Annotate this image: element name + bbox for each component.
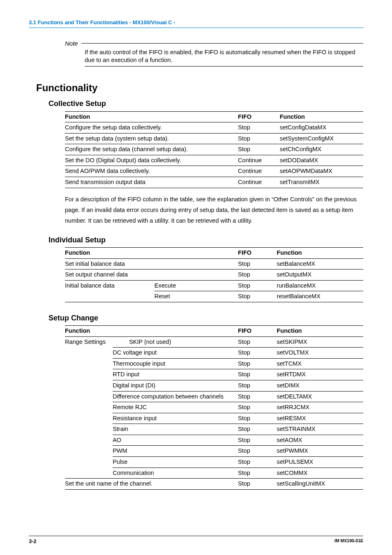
table-row: AOStopsetAOMX xyxy=(65,435,363,446)
table-cell: setRTDMX xyxy=(277,369,363,380)
th-fifo: FIFO xyxy=(238,111,280,122)
table-cell: setRESMX xyxy=(277,413,363,424)
table-row: Configure the setup data collectively.St… xyxy=(65,122,363,134)
th-function: Function xyxy=(65,248,238,259)
table-cell: Stop xyxy=(238,369,277,380)
table-row: DC voltage inputStopsetVOLTMX xyxy=(65,348,363,359)
table-cell: Difference computation between channels xyxy=(113,391,238,402)
table-cell: setCOMMX xyxy=(277,467,363,479)
table-cell: Set the unit name of the channel. xyxy=(65,479,238,490)
table-cell xyxy=(65,467,113,479)
table-cell: Stop xyxy=(238,479,277,490)
table-cell: setOutputMX xyxy=(277,269,363,281)
page-number: 3-2 xyxy=(29,538,37,545)
table-setup-change: Function FIFO Function Range SettingsSKI… xyxy=(65,325,363,489)
table-cell: setBalanceMX xyxy=(277,258,363,269)
table-row: Set output channel dataStopsetOutputMX xyxy=(65,269,363,281)
table-cell: setScallingUnitMX xyxy=(277,479,363,490)
collective-paragraph: For a description of the FIFO column in … xyxy=(65,194,363,226)
table-cell: Stop xyxy=(238,280,277,291)
heading-collective-setup: Collective Setup xyxy=(48,99,363,108)
th-function-name: Function xyxy=(277,326,363,337)
table-cell: DC voltage input xyxy=(113,348,238,359)
table-cell: setPULSEMX xyxy=(277,456,363,467)
table-cell: Stop xyxy=(238,144,280,155)
table-cell: SKIP (not used) xyxy=(113,336,238,348)
table-cell: Thermocouple input xyxy=(113,358,238,369)
page-footer: 3-2 IM MX190-01E xyxy=(29,536,363,545)
table-cell: Digital input (DI) xyxy=(113,380,238,391)
table-cell: Configure the setup data collectively. xyxy=(65,122,238,134)
table-cell: runBalanceMX xyxy=(277,280,363,291)
table-cell: Stop xyxy=(238,467,277,479)
table-cell: Stop xyxy=(238,380,277,391)
table-cell: setDELTAMX xyxy=(277,391,363,402)
table-cell: setDODataMX xyxy=(280,155,363,166)
table-cell: Set the setup data (system setup data). xyxy=(65,133,238,144)
table-cell: Stop xyxy=(238,358,277,369)
table-cell xyxy=(65,380,113,391)
table-row: Set initial balance dataStopsetBalanceMX xyxy=(65,258,363,269)
table-cell: Resistance input xyxy=(113,413,238,424)
table-cell: setAOPWMDataMX xyxy=(280,166,363,177)
note-body: If the auto control of the FIFO is enabl… xyxy=(85,48,363,67)
table-cell: resetBalanceMX xyxy=(277,291,363,302)
table-cell: setDIMX xyxy=(277,380,363,391)
section-header: 3.1 Functions and Their Functionalities … xyxy=(29,19,363,28)
table-cell: Send AO/PWM data collectively. xyxy=(65,166,238,177)
note-rule xyxy=(81,43,363,44)
table-cell: AO xyxy=(113,435,238,446)
table-row: PulseStopsetPULSEMX xyxy=(65,456,363,467)
table-cell: Stop xyxy=(238,456,277,467)
table-cell xyxy=(65,456,113,467)
table-cell: PWM xyxy=(113,446,238,457)
table-row: Configure the setup data (channel setup … xyxy=(65,144,363,155)
table-cell: setTCMX xyxy=(277,358,363,369)
table-row: Range SettingsSKIP (not used)StopsetSKIP… xyxy=(65,336,363,348)
table-row: Send AO/PWM data collectively.Continuese… xyxy=(65,166,363,177)
table-cell xyxy=(65,358,113,369)
th-function: Function xyxy=(65,111,238,122)
th-fifo: FIFO xyxy=(238,248,277,259)
table-row: Difference computation between channelsS… xyxy=(65,391,363,402)
table-cell: Range Settings xyxy=(65,336,113,348)
table-row: Initial balance dataExecuteStoprunBalanc… xyxy=(65,280,363,291)
table-row: Send transmission output dataContinueset… xyxy=(65,177,363,188)
table-cell: setPWMMX xyxy=(277,446,363,457)
table-cell: setTransmitMX xyxy=(280,177,363,188)
table-cell: Set output channel data xyxy=(65,269,238,281)
table-cell: Stop xyxy=(238,336,277,348)
table-individual-setup: Function FIFO Function Set initial balan… xyxy=(65,247,363,302)
table-row: CommunicationStopsetCOMMX xyxy=(65,467,363,479)
th-function: Function xyxy=(65,326,238,337)
table-cell: setRRJCMX xyxy=(277,402,363,413)
table-cell: Stop xyxy=(238,269,277,281)
note-label: Note xyxy=(65,39,80,48)
table-cell: setConfigDataMX xyxy=(280,122,363,134)
table-cell xyxy=(65,391,113,402)
table-cell: Stop xyxy=(238,348,277,359)
th-fifo: FIFO xyxy=(238,326,277,337)
note-block: Note If the auto control of the FIFO is … xyxy=(65,39,363,67)
table-cell xyxy=(65,348,113,359)
table-cell xyxy=(65,291,154,302)
table-cell: Set the DO (Digital Output) data collect… xyxy=(65,155,238,166)
table-cell: Stop xyxy=(238,258,277,269)
table-cell: setAOMX xyxy=(277,435,363,446)
table-cell: Set initial balance data xyxy=(65,258,238,269)
table-cell xyxy=(65,424,113,435)
table-cell: Stop xyxy=(238,446,277,457)
table-row: Set the DO (Digital Output) data collect… xyxy=(65,155,363,166)
table-cell: Stop xyxy=(238,413,277,424)
table-row: Set the unit name of the channel.Stopset… xyxy=(65,479,363,490)
heading-setup-change: Setup Change xyxy=(48,313,363,323)
table-cell: setSystemConfigMX xyxy=(280,133,363,144)
table-cell xyxy=(65,402,113,413)
table-cell xyxy=(65,446,113,457)
table-cell: setSKIPMX xyxy=(277,336,363,348)
table-cell: Stop xyxy=(238,391,277,402)
table-cell: Stop xyxy=(238,435,277,446)
table-cell: setVOLTMX xyxy=(277,348,363,359)
heading-functionality: Functionality xyxy=(36,81,363,94)
table-row: ResetStopresetBalanceMX xyxy=(65,291,363,302)
